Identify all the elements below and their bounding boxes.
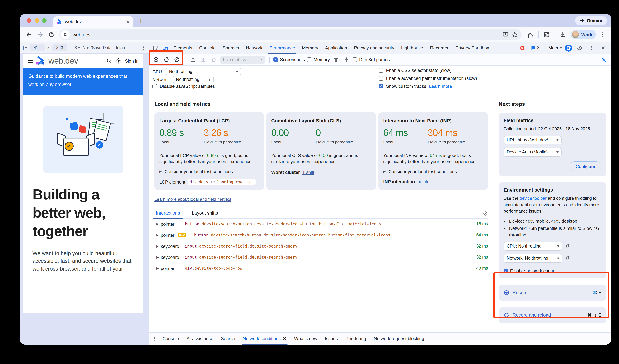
device-toolbar-menu-icon[interactable] (141, 45, 146, 50)
interaction-row[interactable]: ▶ pointer INP button.devsite-search-butt… (155, 230, 488, 241)
collect-garbage-icon[interactable] (332, 56, 340, 64)
drawer-tab-console[interactable]: Console (159, 332, 183, 345)
tab-privacy-sandbox[interactable]: Privacy Sandbox (452, 42, 492, 54)
cpu-info-icon[interactable] (566, 244, 571, 249)
lcp-test-conditions-details[interactable]: ▶ Consider your local test conditions (159, 169, 259, 174)
url-text[interactable]: web.dev (72, 32, 499, 37)
drawer-menu-icon[interactable] (151, 336, 159, 341)
tab-search-icon[interactable] (542, 30, 551, 39)
tab-console[interactable]: Console (196, 42, 219, 54)
reload-button[interactable] (46, 30, 56, 39)
expander-icon[interactable]: ▶ (155, 245, 161, 248)
drawer-tab-close-icon[interactable]: ✕ (283, 336, 286, 341)
zoom-select[interactable]: Ɛ▼ (74, 45, 80, 50)
address-bar[interactable]: web.dev (59, 29, 521, 40)
back-button[interactable] (24, 30, 34, 39)
network-throttling-select[interactable]: No throttling▼ (173, 76, 214, 83)
devtools-menu-icon[interactable] (587, 43, 596, 52)
device-toolbar-toggle-icon[interactable] (161, 43, 170, 52)
viewport-width-input[interactable]: 412 (29, 44, 45, 51)
browser-tab[interactable]: web.dev ✕ (53, 16, 133, 27)
env-cpu-select[interactable]: CPU: No throttling▼ (504, 242, 562, 251)
drawer-tab-whats-new[interactable]: What's new (290, 332, 321, 345)
devtools-close-icon[interactable]: ✕ (599, 43, 608, 52)
tab-application[interactable]: Application (322, 42, 350, 54)
viewport-height-input[interactable]: 823 (52, 44, 67, 51)
install-icon[interactable] (502, 31, 508, 38)
env-network-select[interactable]: Network: No throttling▼ (504, 254, 562, 263)
downloads-icon[interactable] (558, 30, 568, 39)
record-and-reload-button[interactable]: Record and reload ⌘ ⇧ E (499, 307, 606, 323)
collapse-icon[interactable] (342, 56, 351, 64)
forward-button[interactable] (35, 30, 45, 39)
drawer-tab-network-request-blocking[interactable]: Network request blocking (370, 332, 428, 345)
drawer-tab-ai-assistance[interactable]: AI assistance (183, 332, 217, 345)
device-toolbar-link[interactable]: device toolbar (520, 196, 547, 201)
capture-settings-gear-icon[interactable] (600, 56, 608, 64)
tab-memory[interactable]: Memory (299, 42, 321, 54)
lcp-element-chip[interactable]: div.devsite-landing-row-ite… (188, 179, 256, 185)
drawer-tab-search[interactable]: Search (217, 332, 239, 345)
tab-layout-shifts[interactable]: Layout shifts (190, 210, 219, 218)
tab-elements[interactable]: Elements (170, 42, 195, 54)
worst-cluster-link[interactable]: 1 shift (302, 170, 314, 175)
record-button[interactable]: Record ⌘ E (499, 285, 606, 301)
clear-icon[interactable] (172, 56, 181, 64)
record-and-reload-icon[interactable] (162, 56, 170, 64)
site-search-icon[interactable] (106, 58, 113, 64)
new-tab-button[interactable]: + (139, 17, 143, 25)
expander-icon[interactable]: ▶ (155, 256, 161, 259)
metrics-learn-more-link[interactable]: Learn more about local and field metrics (155, 197, 231, 202)
home-icon[interactable] (210, 56, 218, 64)
close-window-button[interactable] (27, 18, 31, 23)
interaction-row[interactable]: ▶ keyboard input.devsite-search-field.de… (155, 252, 488, 263)
cpu-throttling-select[interactable]: No throttling▼ (166, 68, 241, 75)
tab-sources[interactable]: Sources (219, 42, 242, 54)
site-settings-icon[interactable] (61, 30, 70, 39)
throttling-select[interactable]: N▼ (83, 45, 89, 50)
site-logo-text[interactable]: web.dev (48, 56, 103, 66)
ai-assistance-icon[interactable] (565, 44, 572, 52)
expander-icon[interactable]: ▶ (155, 223, 161, 226)
bookmark-star-icon[interactable] (511, 31, 518, 38)
drawer-tab-rendering[interactable]: Rendering (342, 332, 370, 345)
custom-tracks-learn-more-link[interactable]: Learn more (429, 84, 452, 89)
interaction-row[interactable]: ▶ keyboard input.devsite-search-field.de… (155, 241, 488, 252)
minimize-window-button[interactable] (35, 18, 39, 23)
tab-interactions[interactable]: Interactions (155, 210, 182, 218)
dim-3rd-parties-checkbox[interactable]: Dim 3rd parties (352, 57, 390, 62)
network-info-icon[interactable] (566, 256, 571, 261)
browser-menu-icon[interactable] (597, 30, 607, 39)
screenshots-checkbox[interactable]: ✓Screenshots (273, 57, 305, 62)
webdev-logo-icon[interactable] (36, 56, 45, 65)
clear-interactions-icon[interactable] (483, 211, 488, 216)
context-selector[interactable]: Main▼ (548, 45, 562, 50)
save-profile-icon[interactable] (199, 56, 207, 64)
css-selector-stats-checkbox[interactable]: Enable CSS selector stats (slow) (379, 68, 608, 73)
device-select[interactable]: [▼ (23, 45, 27, 50)
drawer-tab-issues[interactable]: Issues (321, 332, 342, 345)
inp-test-conditions-details[interactable]: ▶ Consider your local test conditions (383, 169, 483, 174)
devtools-settings-icon[interactable] (575, 43, 584, 52)
inp-interaction-link[interactable]: pointer (417, 179, 431, 184)
expander-icon[interactable]: ▶ (155, 234, 161, 237)
interaction-row[interactable]: ▶ pointer div.devsite-top-logo-row 48 ms (155, 263, 488, 274)
interaction-row[interactable]: ▶ pointer button.devsite-search-button.d… (155, 219, 488, 230)
console-errors-badge[interactable]: 1 (520, 45, 528, 50)
expander-icon[interactable]: ▶ (155, 267, 161, 270)
disable-js-samples-checkbox[interactable]: Disable JavaScript samples (153, 84, 379, 89)
load-profile-icon[interactable] (189, 56, 197, 64)
record-icon[interactable] (152, 56, 160, 64)
extensions-icon[interactable] (525, 30, 535, 39)
drawer-tab-network-conditions[interactable]: Network conditions ✕ (239, 332, 290, 345)
configure-button[interactable]: Configure (569, 161, 601, 171)
disable-network-cache-checkbox[interactable]: ✓Disable network cache (504, 268, 601, 273)
maximize-window-button[interactable] (42, 18, 47, 23)
issues-badge[interactable]: 2 (531, 45, 539, 50)
tab-lighthouse[interactable]: Lighthouse (398, 42, 426, 54)
sign-in-button[interactable]: Sign in (125, 58, 139, 63)
advanced-paint-checkbox[interactable]: Enable advanced paint instrumentation (s… (379, 76, 608, 81)
tab-performance[interactable]: Performance (266, 42, 298, 54)
theme-toggle-icon[interactable] (116, 58, 122, 64)
tab-network[interactable]: Network (243, 42, 266, 54)
